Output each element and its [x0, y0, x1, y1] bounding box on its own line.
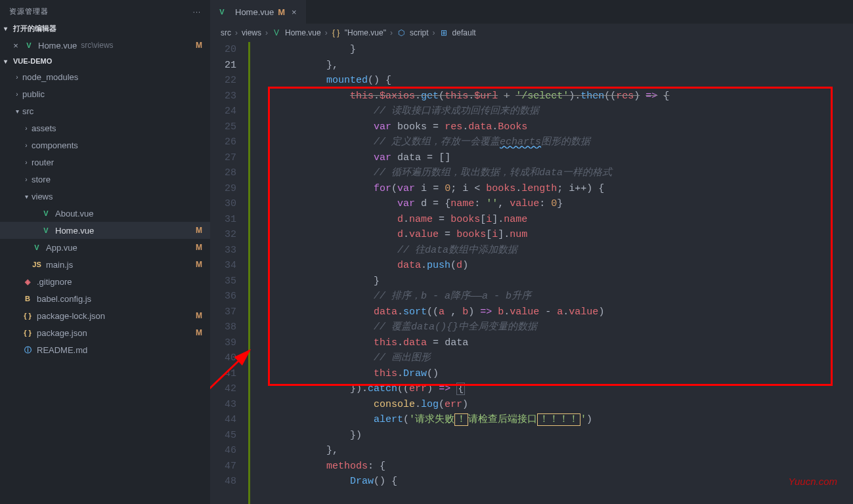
explorer-actions[interactable]: ··· [193, 8, 201, 16]
file-item[interactable]: Bbabel.config.js [0, 290, 210, 307]
symbol-icon: ⊞ [439, 28, 448, 37]
close-icon[interactable]: × [289, 7, 299, 17]
project-header[interactable]: ▾ VUE-DEMO [0, 55, 210, 67]
chevron-down-icon: ▾ [4, 25, 12, 32]
chevron-down-icon: ▾ [4, 58, 12, 65]
file-item[interactable]: { }package.jsonM [0, 324, 210, 341]
modified-badge: M [196, 243, 202, 252]
vue-icon: V [41, 208, 51, 219]
file-item[interactable]: ⓘREADME.md [0, 341, 210, 358]
vue-icon: V [41, 225, 51, 236]
folder-item[interactable]: ›store [0, 171, 210, 188]
git-icon: ◈ [22, 276, 33, 287]
folder-item[interactable]: ›components [0, 136, 210, 154]
explorer-header: 资源管理器 ··· [0, 0, 210, 22]
chevron-icon: ▾ [22, 193, 30, 200]
modified-badge: M [196, 260, 202, 269]
chevron-icon: › [13, 91, 21, 98]
file-item[interactable]: { }package-lock.jsonM [0, 307, 210, 324]
line-gutter: 2021222324252627282930313233343536373839… [210, 42, 248, 504]
breadcrumb[interactable]: src › views › V Home.vue › { } "Home.vue… [210, 24, 853, 42]
code-editor[interactable]: 2021222324252627282930313233343536373839… [210, 42, 853, 504]
chevron-icon: › [13, 74, 21, 81]
file-item[interactable]: VAbout.vue [0, 205, 210, 222]
chevron-icon: ▾ [13, 108, 21, 115]
explorer-title: 资源管理器 [9, 7, 49, 16]
vue-icon: V [272, 28, 281, 37]
modified-badge: M [196, 311, 202, 320]
vue-icon: V [24, 40, 34, 51]
folder-item[interactable]: ▾views [0, 188, 210, 205]
file-tree: ›node_modules›public▾src›assets›componen… [0, 67, 210, 360]
file-item[interactable]: VHome.vueM [0, 222, 210, 239]
folder-item[interactable]: ›public [0, 85, 210, 102]
folder-item[interactable]: ▾src [0, 102, 210, 119]
editor-tabs: V Home.vue M × [210, 0, 853, 24]
explorer-sidebar: 资源管理器 ··· ▾ 打开的编辑器 × V Home.vue src\view… [0, 0, 210, 504]
file-item[interactable]: ◈.gitignore [0, 273, 210, 290]
file-item[interactable]: VApp.vueM [0, 239, 210, 256]
md-icon: ⓘ [22, 345, 33, 355]
open-editors-header[interactable]: ▾ 打开的编辑器 [0, 22, 210, 35]
file-item[interactable]: JSmain.jsM [0, 256, 210, 273]
babel-icon: B [22, 293, 33, 304]
js-icon: JS [32, 259, 42, 270]
chevron-icon: › [22, 159, 30, 166]
chevron-icon: › [22, 125, 30, 132]
vue-icon: V [217, 7, 227, 17]
json-icon: { } [22, 310, 33, 321]
vue-icon: V [32, 242, 42, 253]
chevron-icon: › [22, 142, 30, 149]
modified-badge: M [196, 226, 202, 235]
tab-home-vue[interactable]: V Home.vue M × [210, 0, 306, 24]
open-editor-item[interactable]: × V Home.vue src\views M [0, 37, 210, 54]
json-icon: { } [22, 327, 33, 338]
code-content[interactable]: } }, mounted() { this.$axios.get(this.$u… [250, 42, 853, 504]
cube-icon: ⬡ [397, 28, 406, 37]
folder-item[interactable]: ›assets [0, 119, 210, 136]
modified-badge: M [196, 328, 202, 337]
folder-item[interactable]: ›router [0, 154, 210, 171]
folder-item[interactable]: ›node_modules [0, 68, 210, 85]
modified-badge: M [196, 41, 202, 50]
modified-badge: M [278, 7, 285, 17]
chevron-icon: › [22, 176, 30, 183]
braces-icon: { } [332, 28, 341, 37]
editor-area: V Home.vue M × src › views › V Home.vue … [210, 0, 853, 504]
close-icon[interactable]: × [11, 41, 21, 51]
